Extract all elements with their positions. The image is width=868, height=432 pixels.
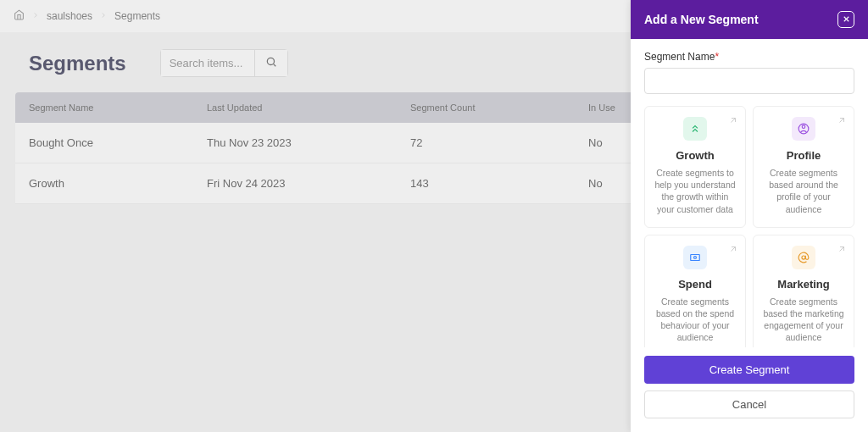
close-button[interactable]	[837, 11, 854, 28]
arrow-up-right-icon	[837, 114, 847, 129]
profile-icon	[792, 117, 815, 141]
growth-icon	[683, 117, 707, 141]
spend-icon	[683, 246, 707, 269]
svg-line-4	[732, 119, 736, 123]
segment-card-profile[interactable]: Profile Create segments based around the…	[753, 106, 854, 228]
add-segment-drawer: Add a New Segment Segment Name* Growth C…	[631, 0, 868, 432]
card-desc: Create segments to help you understand t…	[652, 167, 738, 215]
card-desc: Create segments based the marketing enga…	[760, 296, 847, 344]
arrow-up-right-icon	[728, 114, 738, 129]
svg-point-6	[802, 125, 805, 129]
svg-point-10	[694, 256, 697, 258]
cancel-button[interactable]: Cancel	[644, 390, 854, 418]
segment-card-marketing[interactable]: Marketing Create segments based the mark…	[753, 235, 854, 347]
arrow-up-right-icon	[837, 242, 847, 258]
drawer-body: Segment Name* Growth Create segments to …	[631, 39, 868, 347]
marketing-icon	[792, 246, 815, 269]
card-desc: Create segments based around the profile…	[760, 167, 847, 215]
card-title: Profile	[760, 149, 847, 162]
card-desc: Create segments based on the spend behav…	[652, 296, 738, 344]
segment-name-input[interactable]	[644, 68, 854, 94]
card-title: Marketing	[760, 278, 847, 291]
segment-type-grid: Growth Create segments to help you under…	[644, 106, 854, 347]
segment-card-growth[interactable]: Growth Create segments to help you under…	[644, 106, 746, 228]
drawer-title: Add a New Segment	[644, 13, 759, 26]
svg-line-5	[840, 119, 844, 123]
drawer-footer: Create Segment Cancel	[631, 347, 868, 432]
card-title: Spend	[652, 278, 738, 291]
segment-name-label: Segment Name*	[644, 51, 854, 63]
svg-point-12	[802, 256, 805, 259]
create-segment-button[interactable]: Create Segment	[644, 356, 854, 384]
drawer-header: Add a New Segment	[631, 0, 868, 39]
arrow-up-right-icon	[728, 242, 738, 258]
svg-line-8	[732, 246, 736, 251]
svg-line-11	[840, 246, 844, 251]
card-title: Growth	[652, 149, 738, 162]
close-icon	[842, 14, 851, 26]
segment-card-spend[interactable]: Spend Create segments based on the spend…	[644, 235, 746, 347]
svg-rect-9	[691, 254, 700, 260]
